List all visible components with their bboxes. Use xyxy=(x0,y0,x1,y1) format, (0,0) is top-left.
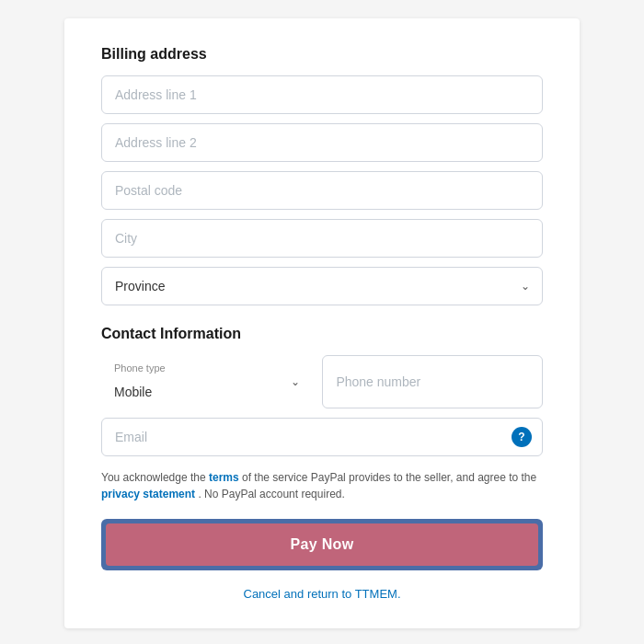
terms-link[interactable]: terms xyxy=(209,471,239,484)
terms-text: You acknowledge the terms of the service… xyxy=(101,469,543,502)
terms-after: . No PayPal account required. xyxy=(198,488,344,500)
terms-before: You acknowledge the xyxy=(101,471,209,484)
pay-button-wrapper: Pay Now xyxy=(101,519,543,570)
pay-now-button[interactable]: Pay Now xyxy=(106,523,538,566)
contact-title: Contact Information xyxy=(101,326,543,342)
billing-title: Billing address xyxy=(101,46,543,63)
billing-form: Billing address Province Alberta British… xyxy=(64,18,580,628)
email-help-icon[interactable]: ? xyxy=(512,427,532,447)
cancel-link[interactable]: Cancel and return to TTMEM. xyxy=(101,587,543,601)
address1-group xyxy=(101,75,543,114)
address1-input[interactable] xyxy=(101,75,543,114)
postal-input[interactable] xyxy=(101,171,543,210)
city-group xyxy=(101,219,543,258)
phone-number-group xyxy=(322,355,543,408)
phone-type-group: Phone type Mobile Mobile Home Work ⌄ xyxy=(101,355,313,408)
contact-section: Contact Information Phone type Mobile Mo… xyxy=(101,326,543,601)
phone-row: Phone type Mobile Mobile Home Work ⌄ xyxy=(101,355,543,408)
postal-group xyxy=(101,171,543,210)
email-group: ? xyxy=(101,418,543,456)
city-input[interactable] xyxy=(101,219,543,258)
province-select[interactable]: Province Alberta British Columbia Manito… xyxy=(101,267,543,305)
address2-input[interactable] xyxy=(101,123,543,162)
address2-group xyxy=(101,123,543,162)
phone-number-input[interactable] xyxy=(322,355,543,408)
terms-middle: of the service PayPal provides to the se… xyxy=(242,471,536,484)
email-input[interactable] xyxy=(101,418,543,456)
privacy-link[interactable]: privacy statement xyxy=(101,488,195,500)
province-group: Province Alberta British Columbia Manito… xyxy=(101,267,543,305)
